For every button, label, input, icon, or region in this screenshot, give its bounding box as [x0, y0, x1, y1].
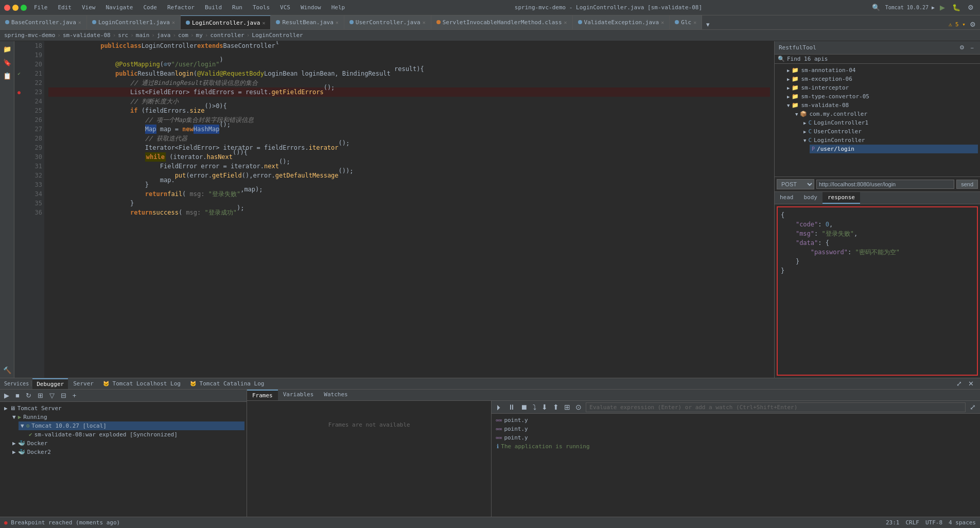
tab-close[interactable]: ✕ [423, 20, 426, 25]
tab-resultbean[interactable]: ResultBean.java ✕ [271, 15, 344, 29]
bottom-tab-debugger[interactable]: Debugger [32, 378, 68, 389]
stop-btn[interactable]: ⏹ [518, 402, 530, 412]
gutter-breakpoint-23[interactable]: ● [14, 87, 24, 97]
menu-help[interactable]: Help [329, 3, 347, 12]
tab-logincontroller[interactable]: LoginController.java ✕ [181, 15, 271, 29]
tree-sm-validate[interactable]: ▼ 📁 sm-validate-08 [785, 101, 978, 110]
tab-servletinvocable[interactable]: ServletInvocableHandlerMethod.class ✕ [431, 15, 573, 29]
close-bottom-btn[interactable]: ✕ [966, 379, 976, 389]
tab-response[interactable]: response [822, 192, 860, 204]
api-tree[interactable]: ▶ 📁 sm-annotation-04 ▶ 📁 sm-exception-06… [775, 64, 980, 177]
tree-com-my-controller[interactable]: ▼ 📦 com.my.controller [793, 110, 978, 118]
svc-tomcat-server[interactable]: ▶ 🖥 Tomcat Server [2, 404, 244, 413]
tab-close[interactable]: ✕ [661, 20, 664, 25]
code-editor[interactable]: public class LoginController extends Bas… [44, 41, 774, 378]
breadcrumb-module[interactable]: sm-validate-08 [63, 32, 111, 39]
maximize-button[interactable] [21, 5, 27, 11]
gutter-21[interactable]: ✔ [14, 69, 24, 78]
tab-close[interactable]: ✕ [693, 20, 696, 25]
dbg-tab-frames[interactable]: Frames [247, 390, 278, 400]
tab-close[interactable]: ✕ [172, 20, 175, 25]
restful-settings-btn[interactable]: ⚙ [957, 43, 967, 52]
svc-group-btn[interactable]: ⊞ [36, 391, 45, 400]
menu-code[interactable]: Code [141, 3, 159, 12]
tree-logincontroller1[interactable]: ▶ C LoginController1 [801, 118, 978, 127]
menu-run[interactable]: Run [230, 3, 244, 12]
breadcrumb-controller[interactable]: controller [210, 32, 244, 39]
expand-bottom-btn[interactable]: ⤢ [954, 379, 964, 389]
pause-btn[interactable]: ⏸ [506, 402, 517, 412]
tree-logincontroller[interactable]: ▼ C LoginController [801, 136, 978, 145]
breadcrumb-my[interactable]: my [196, 32, 203, 39]
breadcrumb-main[interactable]: main [136, 32, 150, 39]
resume-btn[interactable]: ⏵ [494, 402, 505, 412]
breakpoints-btn[interactable]: ⊙ [573, 402, 584, 412]
svc-settings-btn[interactable]: ⊟ [59, 391, 68, 400]
menu-view[interactable]: View [80, 3, 98, 12]
url-input[interactable] [816, 180, 954, 189]
bottom-tab-server[interactable]: Server [69, 379, 98, 389]
dbg-tab-watches[interactable]: Watches [319, 390, 353, 400]
send-button[interactable]: send [956, 180, 978, 189]
sidebar-structure-icon[interactable]: 📋 [2, 70, 13, 81]
restful-close-btn[interactable]: − [969, 43, 976, 52]
sidebar-bookmark-icon[interactable]: 🔖 [2, 57, 13, 68]
search-everywhere-btn[interactable]: 🔍 [870, 3, 882, 12]
tab-glc[interactable]: Glc ✕ [670, 15, 702, 29]
svc-stop-btn[interactable]: ■ [13, 391, 22, 400]
tab-usercontroller[interactable]: UserController.java ✕ [344, 15, 431, 29]
tab-logincontroller1[interactable]: LoginController1.java ✕ [87, 15, 181, 29]
tab-close[interactable]: ✕ [564, 20, 567, 25]
svc-running[interactable]: ▼ ▶ Running [10, 413, 244, 421]
svc-docker[interactable]: ▶ 🐳 Docker [10, 439, 244, 448]
breadcrumb-java[interactable]: java [157, 32, 171, 39]
debug-button[interactable]: 🐛 [950, 3, 962, 12]
close-button[interactable] [4, 5, 10, 11]
breadcrumb-com[interactable]: com [178, 32, 188, 39]
menu-build[interactable]: Build [203, 3, 224, 12]
watch-expression-input[interactable]: Evaluate expression (Enter) or add a wat… [586, 402, 966, 412]
tree-user-login[interactable]: P /user/login [810, 145, 978, 153]
sidebar-project-icon[interactable]: 📁 [2, 43, 13, 55]
menu-edit[interactable]: Edit [56, 3, 74, 12]
menu-navigate[interactable]: Navigate [104, 3, 135, 12]
expand-panel-btn[interactable]: ⤢ [968, 402, 978, 412]
breadcrumb-project[interactable]: spring-mvc-demo [4, 32, 55, 39]
bottom-tab-tomcat-catalina[interactable]: 🐱 Tomcat Catalina Log [186, 379, 268, 389]
menu-refactor[interactable]: Refactor [165, 3, 197, 12]
step-into-btn[interactable]: ⬇ [539, 402, 550, 412]
svc-run-btn[interactable]: ▶ [2, 391, 11, 400]
tree-sm-interceptor[interactable]: ▶ 📁 sm-interceptor [785, 83, 978, 92]
tab-basecontroller[interactable]: BaseController.java ✕ [0, 15, 87, 29]
breadcrumb-src[interactable]: src [118, 32, 128, 39]
svc-add-btn[interactable]: + [71, 391, 79, 400]
svc-restart-btn[interactable]: ↻ [24, 391, 33, 400]
svc-filter-btn[interactable]: ▽ [47, 391, 57, 400]
menu-tools[interactable]: Tools [251, 3, 272, 12]
tab-body[interactable]: body [799, 192, 823, 204]
svc-docker2[interactable]: ▶ 🐳 Docker2 [10, 448, 244, 456]
more-tabs-button[interactable]: ▾ [704, 20, 712, 29]
tree-sm-annotation[interactable]: ▶ 📁 sm-annotation-04 [785, 66, 978, 75]
tab-validateexception[interactable]: ValidateException.java ✕ [573, 15, 670, 29]
minimize-button[interactable] [12, 5, 19, 11]
breadcrumb-logincontroller[interactable]: LoginController [252, 32, 303, 39]
run-button[interactable]: ▶ [938, 3, 947, 12]
step-out-btn[interactable]: ⬆ [551, 402, 561, 412]
settings-button[interactable]: ⚙ [966, 3, 976, 12]
svc-tomcat-instance[interactable]: ▼ ⚙ Tomcat 10.0.27 [local] [19, 421, 244, 430]
sidebar-build-icon[interactable]: 🔨 [2, 364, 13, 376]
dbg-tab-variables[interactable]: Variables [278, 390, 319, 400]
menu-file[interactable]: File [32, 3, 50, 12]
step-over-btn[interactable]: ⤵ [531, 402, 538, 412]
tab-close[interactable]: ✕ [78, 20, 81, 25]
tree-usercontroller[interactable]: ▶ C UserController [801, 127, 978, 136]
menu-vcs[interactable]: VCS [278, 3, 292, 12]
tab-head[interactable]: head [775, 192, 799, 204]
evaluate-btn[interactable]: ⊞ [562, 402, 572, 412]
svc-artifact[interactable]: ✔ sm-validate-08:war exploded [Synchroni… [27, 430, 244, 439]
tab-close[interactable]: ✕ [336, 20, 339, 25]
tree-sm-exception[interactable]: ▶ 📁 sm-exception-06 [785, 75, 978, 83]
editor-settings[interactable]: ⚙ [968, 20, 978, 29]
bottom-tab-tomcat-localhost[interactable]: 🐱 Tomcat Localhost Log [99, 379, 185, 389]
